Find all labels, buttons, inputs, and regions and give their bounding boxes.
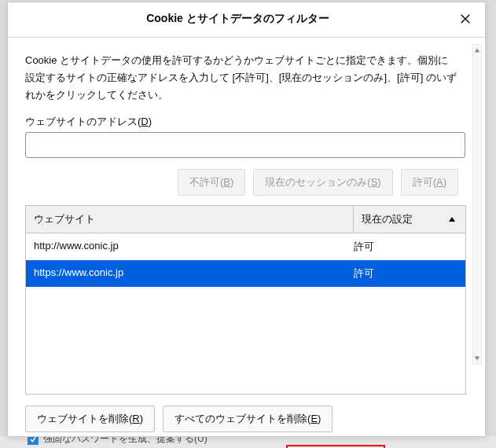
table-row[interactable]: http://www.conic.jp 許可 (26, 233, 465, 260)
dialog-description: Cookie とサイトデータの使用を許可するかどうかウェブサイトごとに指定できま… (25, 52, 468, 104)
scroll-down-icon[interactable] (473, 354, 481, 363)
remove-all-sites-button[interactable]: すべてのウェブサイトを削除(E) (163, 406, 333, 432)
svg-marker-2 (475, 49, 479, 53)
website-address-input[interactable] (25, 132, 465, 158)
session-only-button[interactable]: 現在のセッションのみ(S) (253, 169, 392, 196)
col-status[interactable]: 現在の設定 (354, 206, 465, 233)
dialog-titlebar: Cookie とサイトデータのフィルター (8, 2, 485, 38)
cell-site: https://www.conic.jp (34, 266, 354, 281)
save-button-highlight: 変更を保存(S) (286, 445, 385, 448)
dialog-footer: 変更を保存(S) キャンセル (8, 445, 485, 448)
dialog-content: Cookie とサイトデータの使用を許可するかどうかウェブサイトごとに指定できま… (8, 38, 485, 445)
close-button[interactable] (457, 10, 474, 28)
dialog-title: Cookie とサイトデータのフィルター (19, 12, 457, 26)
remove-site-button[interactable]: ウェブサイトを削除(R) (25, 406, 155, 432)
sort-asc-icon (448, 214, 456, 226)
scrollbar-track[interactable] (472, 44, 482, 365)
cookie-filter-dialog: Cookie とサイトデータのフィルター Cookie とサイトデータの使用を許… (7, 2, 486, 437)
scroll-up-icon[interactable] (473, 46, 481, 55)
sites-table: ウェブサイト 現在の設定 http://www.conic.jp 許可 http… (25, 205, 466, 395)
permission-buttons-row: 不許可(B) 現在のセッションのみ(S) 許可(A) (25, 169, 468, 196)
remove-buttons-row: ウェブサイトを削除(R) すべてのウェブサイトを削除(E) (25, 406, 468, 432)
address-label: ウェブサイトのアドレス(D) (25, 115, 468, 129)
close-icon (460, 13, 471, 24)
table-body: http://www.conic.jp 許可 https://www.conic… (26, 233, 465, 394)
cell-site: http://www.conic.jp (34, 240, 354, 254)
table-row[interactable]: https://www.conic.jp 許可 (26, 260, 465, 287)
allow-button[interactable]: 許可(A) (401, 169, 458, 196)
block-button[interactable]: 不許可(B) (178, 169, 245, 196)
cell-status: 許可 (354, 240, 457, 254)
svg-marker-4 (449, 217, 455, 222)
svg-marker-3 (475, 357, 479, 361)
table-header: ウェブサイト 現在の設定 (26, 206, 465, 233)
col-website[interactable]: ウェブサイト (26, 206, 354, 233)
cell-status: 許可 (354, 266, 457, 281)
